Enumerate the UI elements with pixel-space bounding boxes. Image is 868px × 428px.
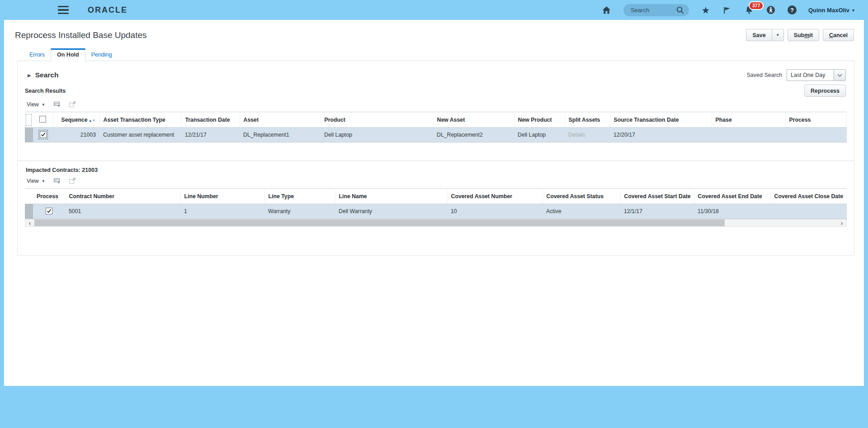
tab-bar: Errors On Hold Pending [17, 48, 854, 61]
contracts-row-5001[interactable]: 5001 1 Warranty Dell Warranty 10 Active … [25, 204, 847, 219]
tab-on-hold[interactable]: On Hold [51, 48, 85, 61]
column-header-new-asset[interactable]: New Asset [433, 112, 514, 128]
notification-count-badge: 377 [749, 1, 764, 10]
cell-covered-asset-close-date [770, 204, 847, 219]
cell-covered-asset-end-date: 11/30/18 [694, 204, 770, 219]
chevron-down-icon: ▼ [42, 179, 45, 183]
contracts-toolbar: View▼ [25, 173, 847, 188]
accessibility-icon[interactable] [766, 5, 776, 15]
cell-covered-asset-start-date: 12/1/17 [620, 204, 694, 219]
tab-errors[interactable]: Errors [24, 49, 51, 61]
column-header-covered-asset-number[interactable]: Covered Asset Number [447, 189, 542, 204]
chevron-down-icon: ▼ [42, 103, 45, 107]
sort-descending-icon[interactable]: ▼ [92, 119, 96, 123]
cell-product: Dell Laptop [321, 128, 433, 143]
results-toolbar: View▼ [25, 97, 847, 112]
column-header-asset[interactable]: Asset [240, 112, 321, 128]
row-checkbox[interactable] [46, 208, 52, 214]
search-section-toggle[interactable]: ▶ Search [28, 71, 58, 79]
column-header-line-type[interactable]: Line Type [264, 189, 335, 204]
save-button[interactable]: Save [746, 29, 772, 41]
column-header-contract-number[interactable]: Contract Number [65, 189, 180, 204]
contracts-table: Process Contract Number Line Number Line… [25, 188, 847, 219]
column-header-process[interactable]: Process [33, 189, 65, 204]
search-icon[interactable] [675, 5, 685, 15]
row-selector-stub[interactable] [25, 128, 33, 143]
scrollbar-track[interactable] [34, 219, 837, 226]
cell-covered-asset-number: 10 [447, 204, 542, 219]
query-by-example-icon[interactable] [53, 101, 61, 108]
page-title: Reprocess Installed Base Updates [15, 30, 147, 40]
scrollbar-thumb[interactable] [34, 219, 725, 226]
column-header-process[interactable]: Process [785, 112, 847, 128]
column-header-transaction-date[interactable]: Transaction Date [181, 112, 240, 128]
column-header-sequence[interactable]: Sequence▲▼ [53, 112, 99, 128]
scroll-left-icon[interactable]: ‹ [25, 219, 34, 226]
column-header-split-assets[interactable]: Split Assets [565, 112, 610, 128]
cell-source-transaction-date: 12/20/17 [610, 128, 712, 143]
column-header-asset-transaction-type[interactable]: Asset Transaction Type [99, 112, 181, 128]
chevron-down-icon: ▾ [852, 8, 854, 13]
cell-line-number: 1 [180, 204, 264, 219]
column-header-covered-asset-start-date[interactable]: Covered Asset Start Date [620, 189, 694, 204]
cell-asset: DL_Replacement1 [240, 128, 321, 143]
view-menu[interactable]: View▼ [27, 101, 45, 108]
cell-phase [712, 128, 785, 143]
column-header-covered-asset-close-date[interactable]: Covered Asset Close Date [770, 189, 847, 204]
row-header-stub [25, 189, 33, 204]
favorites-star-icon[interactable]: ★ [701, 5, 711, 15]
column-header-new-product[interactable]: New Product [514, 112, 565, 128]
home-icon[interactable] [602, 5, 612, 15]
select-all-checkbox[interactable] [39, 116, 46, 123]
column-header-product[interactable]: Product [321, 112, 433, 128]
row-checkbox-cell [33, 128, 53, 143]
help-icon[interactable]: ? [788, 5, 797, 14]
save-dropdown-button[interactable]: ▼ [772, 29, 784, 41]
row-checkbox[interactable] [40, 131, 47, 138]
saved-search-label: Saved Search [746, 72, 782, 78]
cell-contract-number: 5001 [65, 204, 180, 219]
sort-ascending-icon[interactable]: ▲ [89, 119, 92, 123]
global-search-input[interactable] [630, 6, 675, 14]
impacted-contracts-title: Impacted Contracts: 21003 [26, 167, 847, 173]
query-by-example-icon[interactable] [53, 177, 61, 185]
saved-search-value: Last One Day [787, 69, 834, 81]
chevron-down-icon[interactable] [834, 69, 846, 81]
column-header-covered-asset-status[interactable]: Covered Asset Status [542, 189, 620, 204]
cell-process [785, 128, 847, 143]
saved-search-select[interactable]: Last One Day [787, 69, 846, 81]
scroll-right-icon[interactable]: › [837, 219, 846, 226]
notifications-bell-icon[interactable]: 377 [744, 5, 754, 15]
user-name: Quinn MaxOliv [808, 7, 849, 14]
column-header-source-transaction-date[interactable]: Source Transaction Date [610, 112, 712, 128]
watchlist-flag-icon[interactable] [722, 5, 732, 15]
view-menu[interactable]: View▼ [27, 178, 45, 184]
tab-pending[interactable]: Pending [85, 49, 118, 61]
cancel-button[interactable]: Cancel [823, 29, 854, 41]
search-results-title: Search Results [25, 88, 66, 94]
row-header-stub [25, 112, 33, 128]
column-header-covered-asset-end-date[interactable]: Covered Asset End Date [694, 189, 770, 204]
oracle-logo: ORACLE [88, 5, 127, 15]
section-divider [18, 161, 854, 161]
user-menu[interactable]: Quinn MaxOliv ▾ [808, 7, 854, 14]
reprocess-button[interactable]: Reprocess [804, 85, 846, 97]
results-header-row: Sequence▲▼ Asset Transaction Type Transa… [25, 112, 847, 128]
column-header-line-name[interactable]: Line Name [335, 189, 447, 204]
results-row-21003[interactable]: 21003 Customer asset replacement 12/21/1… [25, 128, 847, 143]
detach-icon[interactable] [69, 101, 76, 108]
disclosure-triangle-icon: ▶ [28, 73, 31, 78]
global-header: ORACLE ★ 377 ? Quinn MaxOliv ▾ [0, 0, 868, 20]
horizontal-scrollbar: ‹ › [25, 219, 847, 227]
cell-covered-asset-status: Active [542, 204, 620, 219]
search-section-title: Search [35, 71, 59, 79]
cell-transaction-date: 12/21/17 [181, 128, 240, 143]
contracts-header-row: Process Contract Number Line Number Line… [25, 189, 847, 204]
chevron-down-icon: ▼ [776, 33, 779, 37]
column-header-phase[interactable]: Phase [712, 112, 785, 128]
navigator-menu-icon[interactable] [58, 6, 69, 14]
submit-button[interactable]: Submit [788, 29, 819, 41]
column-header-line-number[interactable]: Line Number [180, 189, 264, 204]
detach-icon[interactable] [69, 177, 76, 185]
row-selector-stub[interactable] [25, 204, 33, 219]
